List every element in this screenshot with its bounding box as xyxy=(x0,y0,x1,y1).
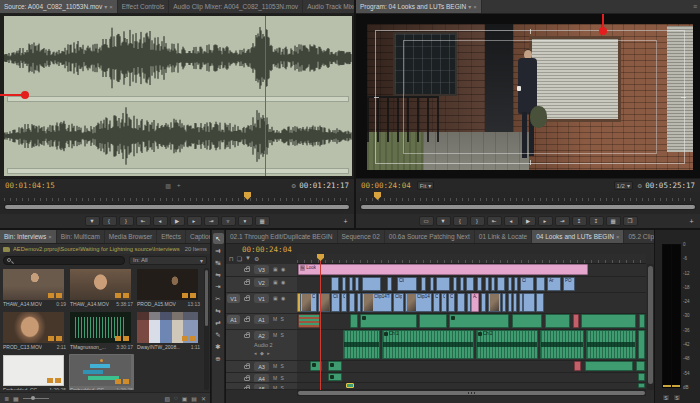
timeline-clip[interactable]: Cl xyxy=(520,277,534,291)
timeline-clip[interactable] xyxy=(536,293,544,312)
settings-icon[interactable]: ⚙ xyxy=(291,182,296,189)
timeline-clip[interactable] xyxy=(298,314,320,328)
transport-button[interactable]: ▶ xyxy=(170,216,185,226)
timeline-clip[interactable]: Cli xyxy=(488,293,501,312)
timeline-clip[interactable] xyxy=(362,277,381,291)
timeline-clip[interactable] xyxy=(387,277,392,291)
track-target-button[interactable]: V1 xyxy=(254,294,269,303)
project-scrollbar[interactable] xyxy=(204,268,209,390)
close-icon[interactable]: × xyxy=(473,4,477,10)
program-tab[interactable]: Program: 04 Looks and LUTs BEGIN ▾ × xyxy=(356,0,482,13)
chevron-down-icon[interactable]: ▾ xyxy=(468,3,471,10)
track-lane-a2[interactable]: Ch 1 Ch 2 xyxy=(297,330,646,361)
timeline-clip[interactable] xyxy=(497,277,505,291)
waveform-zoom-bar-bottom[interactable] xyxy=(7,168,349,174)
source-scrub-area[interactable] xyxy=(0,192,354,214)
project-item[interactable]: DwayINTW_2008... 1:11 xyxy=(136,311,201,352)
timeline-clip[interactable] xyxy=(536,277,545,291)
timeline-clip[interactable]: fx Look xyxy=(298,264,588,275)
timeline-clip[interactable]: AJ xyxy=(471,293,479,312)
transport-button[interactable]: ▭ xyxy=(419,216,434,226)
track-toggle-icons[interactable]: M S xyxy=(273,363,285,369)
source-tab[interactable]: Source: A004_C082_11053N.mov ▾ × xyxy=(0,0,118,13)
tool-button[interactable]: ✂ xyxy=(213,293,224,304)
timeline-clip[interactable] xyxy=(512,314,542,328)
timeline-clip[interactable] xyxy=(540,330,584,359)
timeline-clip[interactable] xyxy=(419,314,447,328)
track-target-button[interactable]: V2 xyxy=(254,278,269,287)
timeline-clip[interactable]: C xyxy=(341,293,347,312)
timeline-clip[interactable] xyxy=(421,277,426,291)
track-toggle-icons[interactable]: M S xyxy=(273,332,285,338)
track-lane-a1[interactable] xyxy=(297,314,646,330)
transport-button[interactable]: { xyxy=(102,216,117,226)
track-lock-icon[interactable] xyxy=(244,318,250,322)
track-target-button[interactable]: A1 xyxy=(254,315,269,324)
transport-button[interactable]: ▿ xyxy=(221,216,236,226)
source-tab[interactable]: Effect Controls xyxy=(118,0,170,13)
source-tab[interactable]: Audio Clip Mixer: A004_C082_11053N.mov xyxy=(169,0,303,13)
timeline-clip[interactable] xyxy=(574,361,581,371)
project-item[interactable]: Embedded_CC... 1:29:25 xyxy=(2,354,67,390)
track-lane-a4[interactable] xyxy=(297,373,646,383)
sequence-tab[interactable]: 04 Looks and LUTs BEGIN × xyxy=(532,230,624,243)
track-target-button[interactable]: A5 xyxy=(254,384,269,390)
track-toggle-icons[interactable]: M S xyxy=(273,375,285,381)
close-icon[interactable]: × xyxy=(48,234,52,240)
project-tab[interactable]: Media Browser xyxy=(105,230,157,243)
timeline-clip[interactable] xyxy=(355,277,359,291)
track-lane-v2[interactable]: Cli xyxy=(297,277,646,293)
timeline-clip[interactable] xyxy=(508,293,512,312)
project-item-thumbnail[interactable] xyxy=(70,312,131,343)
timeline-clip[interactable]: Ch 2 xyxy=(476,330,538,359)
timeline-clip[interactable]: Cli xyxy=(433,293,440,312)
timeline-clip[interactable]: Clip xyxy=(300,293,317,312)
sequence-tab[interactable]: 01 Link & Locate xyxy=(475,230,532,243)
tool-button[interactable]: ⇋ xyxy=(213,269,224,280)
transport-button[interactable]: } xyxy=(119,216,134,226)
tool-button[interactable]: ⇉ xyxy=(213,245,224,256)
transport-button[interactable]: ▸ xyxy=(538,216,553,226)
track-lane-a3[interactable] xyxy=(297,361,646,373)
search-box[interactable] xyxy=(3,256,125,265)
settings-icon[interactable]: ⚙ xyxy=(637,182,642,189)
search-filter-dropdown[interactable]: In: All▾ xyxy=(129,256,207,265)
timeline-toolbar-icon[interactable]: ❏ xyxy=(237,255,242,262)
source-zoom-scrollbar[interactable] xyxy=(4,204,350,210)
transport-button[interactable]: { xyxy=(453,216,468,226)
timeline-toolbar-icon[interactable]: ▼ xyxy=(245,255,251,262)
tool-button[interactable]: ✎ xyxy=(213,329,224,340)
transport-button[interactable]: ⇥ xyxy=(555,216,570,226)
timeline-playhead-line[interactable] xyxy=(320,254,321,390)
timeline-clip[interactable] xyxy=(638,383,645,388)
timeline-clip[interactable] xyxy=(636,361,645,371)
transport-button[interactable]: ⇤ xyxy=(487,216,502,226)
timeline-clip[interactable] xyxy=(360,314,417,328)
transport-button[interactable]: } xyxy=(470,216,485,226)
track-target-button[interactable]: A2 xyxy=(254,331,269,340)
timeline-clip[interactable] xyxy=(357,293,361,312)
track-lock-icon[interactable] xyxy=(244,365,250,369)
sequence-tab[interactable]: Sequence 02 xyxy=(338,230,385,243)
tool-button[interactable]: ✱ xyxy=(213,341,224,352)
timeline-clip[interactable] xyxy=(481,293,486,312)
transport-button[interactable]: ◂ xyxy=(153,216,168,226)
track-target-button[interactable]: A4 xyxy=(254,374,269,383)
timeline-clip[interactable] xyxy=(638,373,645,381)
tool-button[interactable]: ⊕ xyxy=(213,353,224,364)
project-tab[interactable]: Bin: Multicam xyxy=(57,230,105,243)
project-toolbar-icon[interactable]: ▣ xyxy=(182,395,188,402)
program-scrub-area[interactable] xyxy=(356,192,700,214)
timeline-clip[interactable] xyxy=(430,277,434,291)
timeline-vertical-scrollbar[interactable] xyxy=(647,264,654,390)
project-item[interactable]: PROD_C13.MOV 2:11 xyxy=(2,311,67,352)
keyframe-nav-icons[interactable]: ◂ ◆ ▸ xyxy=(254,350,271,356)
track-lock-icon[interactable] xyxy=(244,268,250,272)
track-toggle-icons[interactable]: ▣ ◉ xyxy=(273,266,286,272)
waveform-zoom-bar-top[interactable] xyxy=(7,96,349,102)
timeline-horizontal-scrollbar[interactable] xyxy=(297,390,646,396)
project-item-thumbnail[interactable] xyxy=(3,355,64,386)
project-item[interactable]: THAW_A14.MOV 5:38:17 xyxy=(69,268,134,309)
timeline-clip[interactable] xyxy=(453,277,457,291)
timeline-clip[interactable] xyxy=(573,314,579,328)
